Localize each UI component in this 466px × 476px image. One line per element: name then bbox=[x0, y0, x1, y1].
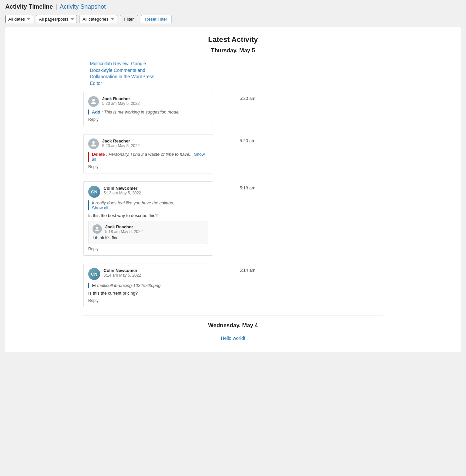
timeline-row-2: Jack Reacher 5:20 am May 5, 2022 Delete … bbox=[83, 134, 383, 176]
avatar-2 bbox=[88, 138, 99, 149]
attachment-icon: ⊟ bbox=[92, 283, 96, 288]
timeline-row-4: CN Colin Newcomer 5:14 am May 5, 2022 ⊟ … bbox=[83, 264, 383, 310]
reply-link-1[interactable]: Reply bbox=[88, 117, 208, 122]
action-label-2: Delete bbox=[92, 152, 105, 157]
action-label-1: Add bbox=[92, 110, 100, 115]
timeline-row-3: CN Colin Newcomer 5:13 am May 5, 2022 It… bbox=[83, 181, 383, 258]
activity-snapshot-link[interactable]: Activity Snapshot bbox=[60, 3, 106, 10]
timeline-row-1: Jack Reacher 5:20 am May 5, 2022 Add : T… bbox=[83, 92, 383, 129]
avatar-3: CN bbox=[88, 186, 100, 198]
author-name-2: Jack Reacher bbox=[102, 138, 140, 143]
categories-filter[interactable]: All categories bbox=[80, 15, 117, 23]
comment-card-2: Jack Reacher 5:20 am May 5, 2022 Delete … bbox=[83, 134, 213, 173]
main-content: Latest Activity Thursday, May 5 Multicol… bbox=[0, 27, 466, 357]
timeline-left-4: CN Colin Newcomer 5:14 am May 5, 2022 ⊟ … bbox=[83, 264, 233, 310]
activity-panel: Latest Activity Thursday, May 5 Multicol… bbox=[5, 27, 461, 352]
comment-action-2: Delete : Personally, I find it a waste o… bbox=[88, 152, 208, 162]
timeline-right-2: 5:20 am bbox=[233, 134, 383, 143]
nested-text-3: I think it's fine bbox=[93, 235, 204, 240]
time-label-2: 5:20 am bbox=[240, 138, 255, 143]
reply-link-3[interactable]: Reply bbox=[88, 247, 208, 251]
plain-text-3: Is this the best way to describe this? bbox=[88, 213, 208, 218]
dates-filter[interactable]: All dates bbox=[5, 15, 33, 23]
pages-filter[interactable]: All pages/posts bbox=[36, 15, 77, 23]
comment-card-1: Jack Reacher 5:20 am May 5, 2022 Add : T… bbox=[83, 92, 213, 126]
author-time-4: 5:14 am May 5, 2022 bbox=[104, 273, 141, 278]
comment-action-1: Add : This is me working in suggestion m… bbox=[88, 110, 208, 115]
post-link[interactable]: Multicollab Review: Google Docs-Style Co… bbox=[83, 61, 155, 87]
action-text-1: : This is me working in suggestion mode. bbox=[102, 110, 180, 115]
author-name-1: Jack Reacher bbox=[102, 96, 140, 101]
time-label-3: 5:18 am bbox=[240, 185, 255, 190]
attachment-name-4: multicollab-pricing-1024x765.png bbox=[97, 283, 161, 288]
comment-action-4: ⊟ multicollab-pricing-1024x765.png bbox=[88, 283, 208, 288]
avatar-4: CN bbox=[88, 268, 100, 280]
page-title: Activity Timeline bbox=[5, 3, 53, 10]
author-time-2: 5:20 am May 5, 2022 bbox=[102, 143, 140, 148]
reply-link-4[interactable]: Reply bbox=[88, 298, 208, 303]
timeline-left-1: Jack Reacher 5:20 am May 5, 2022 Add : T… bbox=[83, 92, 233, 129]
comment-card-4: CN Colin Newcomer 5:14 am May 5, 2022 ⊟ … bbox=[83, 264, 213, 307]
author-time-3: 5:13 am May 5, 2022 bbox=[104, 191, 141, 195]
action-text-2: : Personally, I find it a waste of time … bbox=[106, 152, 194, 157]
timeline-left-3: CN Colin Newcomer 5:13 am May 5, 2022 It… bbox=[83, 181, 233, 258]
filter-button[interactable]: Filter bbox=[120, 15, 138, 23]
author-name-4: Colin Newcomer bbox=[104, 268, 141, 273]
timeline-left-2: Jack Reacher 5:20 am May 5, 2022 Delete … bbox=[83, 134, 233, 176]
comment-card-3: CN Colin Newcomer 5:13 am May 5, 2022 It… bbox=[83, 181, 213, 256]
show-all-3[interactable]: Show all bbox=[92, 205, 108, 210]
nested-author-3: Jack Reacher bbox=[105, 224, 143, 229]
timeline-right-1: 5:20 am bbox=[233, 92, 383, 101]
top-bar: Activity Timeline | Activity Snapshot bbox=[0, 0, 466, 13]
time-label-4: 5:14 am bbox=[240, 268, 255, 273]
reset-filter-button[interactable]: Reset Filter bbox=[141, 15, 171, 23]
author-name-3: Colin Newcomer bbox=[104, 186, 141, 191]
comment-action-3: It really does feel like you have the co… bbox=[88, 200, 208, 210]
day1-heading: Thursday, May 5 bbox=[5, 47, 461, 54]
separator: | bbox=[56, 3, 57, 10]
avatar-1 bbox=[88, 96, 99, 107]
reply-link-2[interactable]: Reply bbox=[88, 164, 208, 169]
time-label-1: 5:20 am bbox=[240, 96, 255, 101]
latest-activity-heading: Latest Activity bbox=[5, 35, 461, 44]
action-text-3: It really does feel like you have the co… bbox=[92, 200, 177, 205]
avatar-nested-3 bbox=[93, 224, 102, 234]
nested-comment-3: Jack Reacher 5:18 am May 5, 2022 I think… bbox=[88, 221, 208, 244]
timeline-right-4: 5:14 am bbox=[233, 264, 383, 273]
timeline-right-3: 5:18 am bbox=[233, 181, 383, 190]
author-time-1: 5:20 am May 5, 2022 bbox=[102, 101, 140, 106]
plain-text-4: Is this the current pricing? bbox=[88, 291, 208, 296]
nested-time-3: 5:18 am May 5, 2022 bbox=[105, 229, 143, 234]
filter-bar: All dates All pages/posts All categories… bbox=[0, 13, 466, 27]
